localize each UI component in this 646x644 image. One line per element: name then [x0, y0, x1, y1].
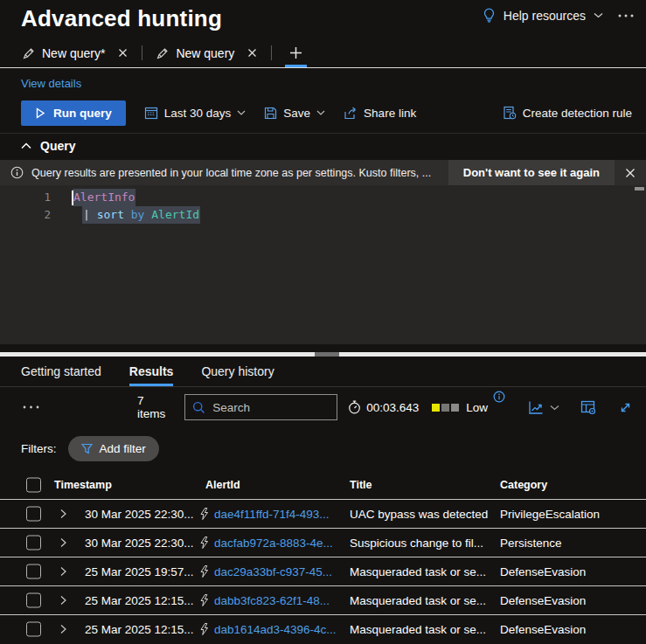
- share-icon: [344, 107, 358, 120]
- cell-timestamp: 25 Mar 2025 12:15...: [85, 623, 194, 636]
- table-row[interactable]: 30 Mar 2025 22:30... dacfab972a-8883-4e.…: [0, 528, 646, 557]
- code-token-pipe: |: [83, 206, 97, 224]
- row-checkbox[interactable]: [26, 536, 41, 551]
- cell-alert-id-link[interactable]: dacfab972a-8883-4e...: [214, 537, 333, 550]
- overflow-menu-icon[interactable]: [23, 405, 39, 409]
- chevron-right-icon[interactable]: [60, 567, 66, 577]
- cell-alert-id-link[interactable]: dae4f11ffd-71f4-493...: [214, 508, 330, 521]
- edit-query-icon: [156, 47, 169, 59]
- chevron-right-icon[interactable]: [60, 509, 66, 519]
- tab-label: New query*: [42, 46, 105, 60]
- filters-row: Filters: Add filter: [0, 433, 646, 464]
- create-detection-rule-button[interactable]: Create detection rule: [503, 106, 632, 120]
- code-token-operator: sort: [97, 206, 124, 224]
- info-banner: Query results are presented in your loca…: [0, 160, 646, 185]
- chevron-right-icon[interactable]: [60, 625, 66, 634]
- close-tab-icon[interactable]: [247, 48, 257, 58]
- tab-getting-started[interactable]: Getting started: [21, 357, 101, 386]
- code-token-table: AlertInfo: [73, 189, 135, 206]
- save-icon: [264, 107, 277, 120]
- cell-title: Masqueraded task or se...: [350, 565, 486, 578]
- run-query-button[interactable]: Run query: [21, 100, 126, 126]
- search-box[interactable]: [184, 394, 337, 420]
- share-link-button[interactable]: Share link: [344, 107, 416, 120]
- edit-query-icon: [23, 47, 35, 59]
- tab-new-query-1[interactable]: New query*: [19, 38, 131, 67]
- row-checkbox[interactable]: [26, 593, 41, 608]
- add-filter-button[interactable]: Add filter: [68, 436, 159, 461]
- line-number: 1: [0, 189, 51, 206]
- tab-separator: [142, 45, 142, 60]
- line-number: 2: [0, 206, 51, 224]
- cell-timestamp: 25 Mar 2025 12:15...: [85, 594, 194, 607]
- cell-title: Masqueraded task or se...: [350, 594, 486, 607]
- lightbulb-icon: [483, 8, 496, 23]
- cell-category: DefenseEvasion: [500, 594, 586, 607]
- code-line: 2 | sort by AlertId: [0, 206, 646, 224]
- row-checkbox[interactable]: [26, 622, 41, 637]
- query-section-header[interactable]: Query: [0, 134, 646, 157]
- table-row[interactable]: 25 Mar 2025 12:15... dab1614ad3-4396-4c.…: [0, 614, 646, 643]
- editor-vertical-scrollbar[interactable]: [635, 187, 644, 190]
- usage-square-low: [432, 404, 440, 412]
- column-header-category[interactable]: Category: [500, 479, 547, 491]
- alert-bolt-icon: [199, 623, 209, 635]
- row-checkbox[interactable]: [26, 564, 41, 579]
- query-tab-bar: New query* New query: [0, 38, 646, 68]
- chevron-right-icon[interactable]: [60, 596, 66, 606]
- table-header: Timestamp AlertId Title Category: [0, 471, 646, 499]
- table-row[interactable]: 30 Mar 2025 22:30... dae4f11ffd-71f4-493…: [0, 499, 646, 528]
- select-all-checkbox[interactable]: [26, 478, 41, 493]
- stopwatch-icon: [348, 400, 361, 414]
- cell-category: DefenseEvasion: [500, 623, 586, 636]
- calendar-icon: [144, 106, 158, 120]
- banner-close-button[interactable]: [615, 160, 646, 185]
- row-checkbox[interactable]: [26, 507, 41, 522]
- cell-title: Suspicious change to fil...: [350, 537, 483, 550]
- time-range-dropdown[interactable]: Last 30 days: [144, 106, 247, 120]
- search-input[interactable]: [212, 401, 326, 414]
- alert-bolt-icon: [199, 594, 209, 606]
- table-settings-icon: [580, 400, 596, 415]
- chevron-right-icon[interactable]: [60, 538, 66, 548]
- column-header-title[interactable]: Title: [350, 479, 372, 491]
- cell-alert-id-link[interactable]: dab1614ad3-4396-4c...: [214, 623, 337, 636]
- banner-dismiss-button[interactable]: Don't want to see it again: [448, 160, 615, 185]
- save-dropdown[interactable]: Save: [264, 107, 325, 120]
- banner-message: Query results are presented in your loca…: [31, 167, 431, 179]
- usage-info-icon[interactable]: [493, 391, 505, 403]
- chart-view-button[interactable]: [528, 400, 544, 415]
- tab-new-query-2[interactable]: New query: [153, 38, 260, 67]
- cell-alert-id-link[interactable]: dac29a33bf-c937-45...: [214, 565, 332, 578]
- chart-view-dropdown[interactable]: [550, 405, 559, 411]
- expand-view-button[interactable]: [619, 401, 632, 414]
- cell-category: PrivilegeEscalation: [500, 508, 600, 521]
- query-editor[interactable]: 1 AlertInfo 2 | sort by AlertId: [0, 185, 646, 344]
- view-details-link[interactable]: View details: [21, 77, 81, 90]
- tab-results[interactable]: Results: [129, 357, 174, 386]
- text-cursor: [72, 190, 73, 205]
- cell-alert-id-link[interactable]: dabb3fc823-62f1-48...: [214, 594, 330, 607]
- help-resources-button[interactable]: Help resources: [504, 9, 586, 23]
- cell-timestamp: 25 Mar 2025 19:57...: [85, 565, 194, 578]
- customize-columns-button[interactable]: [580, 400, 596, 415]
- chevron-down-icon[interactable]: [594, 12, 603, 18]
- add-tab-button[interactable]: [282, 38, 309, 67]
- cell-timestamp: 30 Mar 2025 22:30...: [85, 537, 194, 550]
- column-header-alertid[interactable]: AlertId: [205, 479, 240, 491]
- tab-query-history[interactable]: Query history: [201, 357, 274, 386]
- info-icon: [10, 166, 24, 179]
- chevron-up-icon: [21, 142, 31, 149]
- close-icon: [625, 168, 636, 178]
- code-token-keyword: by: [124, 206, 151, 224]
- more-options-icon[interactable]: [618, 14, 634, 17]
- play-icon: [35, 107, 45, 119]
- scrollbar-thumb[interactable]: [315, 352, 339, 357]
- column-header-timestamp[interactable]: Timestamp: [54, 479, 112, 491]
- cell-category: DefenseEvasion: [500, 565, 586, 578]
- cell-title: UAC bypass was detected: [350, 508, 488, 521]
- table-row[interactable]: 25 Mar 2025 19:57... dac29a33bf-c937-45.…: [0, 557, 646, 585]
- chevron-down-icon: [316, 110, 325, 115]
- close-tab-icon[interactable]: [118, 48, 128, 58]
- table-row[interactable]: 25 Mar 2025 12:15... dabb3fc823-62f1-48.…: [0, 585, 646, 614]
